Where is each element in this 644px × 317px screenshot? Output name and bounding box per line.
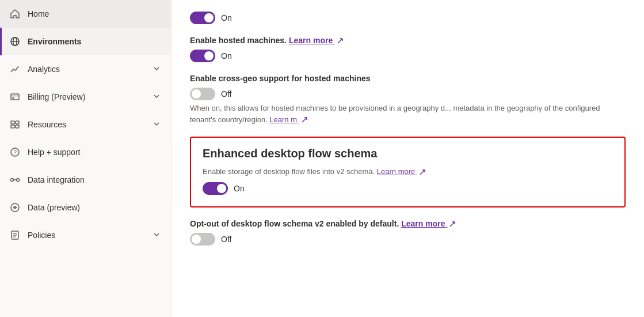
cross-geo-toggle-label: Off — [221, 89, 231, 99]
billing-chevron-icon — [153, 92, 162, 101]
sidebar-item-home[interactable]: Home — [0, 0, 171, 28]
sidebar-item-analytics-label: Analytics — [28, 65, 146, 74]
main-content: On Enable hosted machines. Learn more On… — [172, 0, 644, 317]
policies-icon — [9, 229, 21, 241]
sidebar-item-home-label: Home — [28, 9, 162, 18]
sidebar-item-help[interactable]: ? Help + support — [0, 138, 171, 166]
svg-point-16 — [14, 207, 16, 209]
top-toggle-block: On — [190, 12, 626, 24]
optout-toggle-row: Off — [190, 233, 626, 246]
enhanced-schema-toggle-row: On — [203, 182, 613, 195]
sidebar-item-policies-label: Policies — [28, 231, 146, 240]
help-icon: ? — [9, 146, 21, 158]
sidebar-item-data-integration[interactable]: Data integration — [0, 166, 171, 194]
optout-desc: Opt-out of desktop flow schema v2 enable… — [190, 219, 626, 228]
hosted-machines-toggle-row: On — [190, 50, 626, 62]
enhanced-schema-heading: Enhanced desktop flow schema — [203, 147, 613, 160]
hosted-machines-title: Enable hosted machines. Learn more — [190, 36, 626, 45]
optout-toggle-label: Off — [221, 235, 231, 244]
resources-icon — [9, 119, 21, 130]
cross-geo-toggle[interactable] — [190, 88, 215, 100]
policies-chevron-icon — [153, 231, 162, 240]
svg-rect-6 — [11, 121, 14, 124]
top-toggle-label: On — [221, 13, 232, 22]
globe-icon — [9, 36, 21, 47]
optout-toggle[interactable] — [190, 233, 215, 246]
sidebar-item-data-preview-label: Data (preview) — [28, 203, 162, 212]
resources-chevron-icon — [153, 120, 162, 129]
sidebar-item-policies[interactable]: Policies — [0, 221, 171, 249]
sidebar-item-analytics[interactable]: Analytics — [0, 55, 171, 83]
svg-rect-5 — [12, 97, 14, 99]
enhanced-schema-toggle[interactable] — [203, 182, 228, 195]
data-preview-icon — [9, 202, 21, 213]
sidebar-item-billing-label: Billing (Preview) — [28, 92, 146, 101]
svg-rect-9 — [16, 125, 19, 128]
enhanced-schema-desc: Enable storage of desktop flow files int… — [203, 166, 613, 178]
svg-rect-8 — [11, 125, 14, 128]
analytics-chevron-icon — [153, 65, 162, 74]
sidebar-item-data-integration-label: Data integration — [28, 175, 162, 184]
svg-point-12 — [11, 179, 14, 182]
cross-geo-desc: When on, this allows for hosted machines… — [190, 103, 626, 125]
sidebar-item-resources[interactable]: Resources — [0, 111, 171, 138]
svg-rect-3 — [11, 94, 19, 100]
hosted-machines-toggle-label: On — [221, 51, 232, 61]
hosted-machines-block: Enable hosted machines. Learn more On — [190, 36, 626, 62]
cross-geo-learn-more[interactable]: Learn m — [269, 115, 307, 124]
cross-geo-toggle-row: Off — [190, 88, 626, 100]
billing-icon — [9, 91, 21, 103]
enhanced-schema-section: Enhanced desktop flow schema Enable stor… — [190, 137, 626, 207]
enhanced-schema-toggle-label: On — [234, 184, 245, 193]
sidebar-item-help-label: Help + support — [28, 148, 162, 157]
hosted-machines-toggle[interactable] — [190, 50, 215, 62]
sidebar-item-data-preview[interactable]: Data (preview) — [0, 194, 171, 221]
sidebar-item-environments[interactable]: Environments — [0, 28, 171, 55]
svg-text:?: ? — [14, 149, 17, 156]
optout-learn-more[interactable]: Learn more — [401, 219, 456, 228]
analytics-icon — [9, 63, 21, 75]
hosted-machines-learn-more[interactable]: Learn more — [289, 36, 344, 45]
top-toggle-row: On — [190, 12, 626, 24]
svg-rect-7 — [16, 121, 19, 124]
sidebar: Home Environments Analytics — [0, 0, 172, 317]
cross-geo-block: Enable cross-geo support for hosted mach… — [190, 74, 626, 125]
top-toggle[interactable] — [190, 12, 215, 24]
cross-geo-title: Enable cross-geo support for hosted mach… — [190, 74, 626, 83]
optout-block: Opt-out of desktop flow schema v2 enable… — [190, 219, 626, 246]
svg-point-13 — [17, 179, 20, 182]
home-icon — [9, 8, 21, 20]
sidebar-item-billing[interactable]: Billing (Preview) — [0, 83, 171, 111]
sidebar-item-environments-label: Environments — [28, 37, 162, 46]
sidebar-item-resources-label: Resources — [28, 120, 146, 129]
enhanced-schema-learn-more[interactable]: Learn more — [377, 167, 426, 176]
data-integration-icon — [9, 174, 21, 186]
